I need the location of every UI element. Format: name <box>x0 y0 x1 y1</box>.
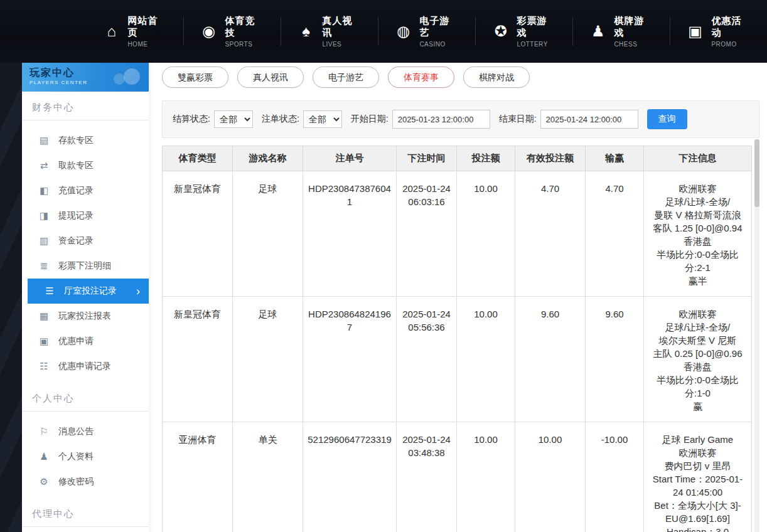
sidebar-item-messages[interactable]: ⚐ 消息公告 <box>22 419 149 444</box>
gamepad-icon <box>124 68 140 85</box>
cell-bet-time: 2025-01-24 05:56:36 <box>397 297 457 422</box>
sidebar-item-promo-apply-records[interactable]: ☷ 优惠申请记录 <box>22 354 149 379</box>
bets-table-wrap: 体育类型游戏名称注单号下注时间投注额有效投注额输赢下注信息 新皇冠体育足球HDP… <box>162 146 759 532</box>
gear-icon: ⚙ <box>38 476 50 487</box>
nav-label-en: SPORTS <box>225 41 264 48</box>
cell-win-loss: 4.70 <box>586 171 644 297</box>
sidebar-item-label: 修改密码 <box>58 476 94 487</box>
cell-bet-no: 5212960647723319 <box>303 422 397 532</box>
sidebar-item-label: 资金记录 <box>58 235 94 247</box>
nav-label-zh: 棋牌游戏 <box>614 15 653 39</box>
column-header: 下注信息 <box>644 146 752 171</box>
sidebar-section-items: ▯ 代理规则说明 <box>22 527 149 532</box>
chevron-right-icon: › <box>136 285 140 298</box>
settle-status-label: 结算状态: <box>173 114 210 125</box>
cell-valid: 4.70 <box>515 171 586 297</box>
cell-bet-no: HDP2308648241967 <box>303 297 397 422</box>
nav-label-en: HOME <box>127 41 167 48</box>
sidebar-menu: 财务中心 ▤ 存款专区 ⇄ 取款专区 ◧ 充值记录 ◨ 提现记录 ▥ 资金记录 … <box>22 92 149 532</box>
lottery-detail-icon: ≣ <box>38 260 50 272</box>
nav-item-sports[interactable]: ◉ 体育竞技 SPORTS <box>184 17 281 46</box>
nav-label-en: PROMO <box>711 41 751 48</box>
sidebar-item-withdraw-zone[interactable]: ⇄ 取款专区 <box>22 153 149 178</box>
sidebar-item-promo-apply[interactable]: ▣ 优惠申请 <box>22 329 149 354</box>
bet-status-select[interactable]: 全部 <box>303 110 342 128</box>
bet-status-label: 注单状态: <box>262 114 299 125</box>
scrollbar-thumb[interactable] <box>754 139 759 207</box>
sidebar-item-recharge-records[interactable]: ◧ 充值记录 <box>22 178 149 203</box>
cell-win-loss: -10.00 <box>586 422 644 532</box>
settle-status-select[interactable]: 全部 <box>214 110 253 128</box>
cell-win-loss: 9.60 <box>586 297 644 422</box>
cell-info: 足球 Early Game 欧洲联赛 费内巴切 v 里昂 Start Time：… <box>644 422 752 532</box>
bet-records-icon: ☰ <box>44 285 55 297</box>
sidebar-item-withdrawal-records[interactable]: ◨ 提现记录 <box>22 203 149 228</box>
tab-chess[interactable]: 棋牌对战 <box>463 66 530 88</box>
playing-cards-icon: ♠ <box>298 24 314 39</box>
column-header: 输赢 <box>586 146 644 171</box>
tab-live[interactable]: 真人视讯 <box>237 66 304 88</box>
table-header-row: 体育类型游戏名称注单号下注时间投注额有效投注额输赢下注信息 <box>163 146 752 171</box>
sidebar: 玩家中心 PLAYERS CENTER 财务中心 ▤ 存款专区 ⇄ 取款专区 ◧… <box>22 63 149 532</box>
nav-item-casino[interactable]: ◍ 电子游艺 CASINO <box>378 17 476 46</box>
nav-item-promo[interactable]: ▣ 优惠活动 PROMO <box>670 17 767 46</box>
report-icon: ▦ <box>38 311 50 322</box>
cell-info: 欧洲联赛 足球/让球-全场/ 埃尔夫斯堡 V 尼斯 主队 0.25 [0-0]@… <box>644 297 752 422</box>
nav-label-zh: 体育竞技 <box>225 15 264 39</box>
tab-sports[interactable]: 体育赛事 <box>388 66 454 88</box>
sidebar-item-label: 厅室投注记录 <box>64 285 117 297</box>
sidebar-item-deposit-zone[interactable]: ▤ 存款专区 <box>22 128 149 153</box>
table-body: 新皇冠体育足球HDP23084738760412025-01-24 06:03:… <box>163 171 752 532</box>
nav-label-zh: 优惠活动 <box>711 15 751 39</box>
nav-label-zh: 真人视讯 <box>322 15 362 39</box>
nav-text: 真人视讯 LIVES <box>322 15 362 48</box>
funds-icon: ▥ <box>38 235 50 247</box>
search-button[interactable]: 查询 <box>647 109 687 129</box>
recharge-icon: ◧ <box>38 185 50 196</box>
sidebar-item-label: 优惠申请记录 <box>58 361 111 372</box>
lottery-ball-icon: ✪ <box>492 24 509 39</box>
nav-item-home[interactable]: ⌂ 网站首页 HOME <box>87 17 184 46</box>
top-nav-menu: ⌂ 网站首页 HOME ◉ 体育竞技 SPORTS ♠ 真人视讯 LIVES ◍… <box>87 17 767 46</box>
chess-piece-icon: ♟ <box>589 24 606 39</box>
nav-label-en: LOTTERY <box>517 41 556 48</box>
nav-item-lives[interactable]: ♠ 真人视讯 LIVES <box>281 17 378 46</box>
cell-sport: 新皇冠体育 <box>163 171 233 297</box>
end-date-input[interactable] <box>540 110 638 129</box>
column-header: 体育类型 <box>163 146 233 171</box>
sidebar-item-hall-bet-records[interactable]: ☰ 厅室投注记录 › <box>28 279 149 304</box>
sidebar-item-label: 取款专区 <box>58 160 94 171</box>
sidebar-section-heading: 个人中心 <box>22 383 149 412</box>
sidebar-item-lottery-bet-details[interactable]: ≣ 彩票下注明细 <box>22 253 149 279</box>
sidebar-item-label: 消息公告 <box>58 426 94 437</box>
column-header: 注单号 <box>303 146 397 171</box>
cell-amount: 10.00 <box>457 171 515 297</box>
gift-icon: ▣ <box>687 24 704 39</box>
cell-game: 单关 <box>233 422 303 532</box>
sidebar-item-change-password[interactable]: ⚙ 修改密码 <box>22 469 149 494</box>
withdraw-icon: ⇄ <box>38 160 50 171</box>
sidebar-item-player-bet-report[interactable]: ▦ 玩家投注报表 <box>22 304 149 329</box>
tab-casino[interactable]: 电子游艺 <box>313 66 379 88</box>
nav-text: 优惠活动 PROMO <box>711 15 751 48</box>
nav-text: 电子游艺 CASINO <box>419 15 459 48</box>
sidebar-item-label: 充值记录 <box>58 185 94 196</box>
tab-lottery[interactable]: 雙赢彩票 <box>162 66 228 88</box>
sidebar-item-profile[interactable]: ♟ 个人资料 <box>22 444 149 469</box>
nav-label-en: LIVES <box>322 41 362 48</box>
sidebar-item-fund-records[interactable]: ▥ 资金记录 <box>22 228 149 253</box>
slot-machine-icon: ◍ <box>395 24 412 39</box>
withdrawal-record-icon: ◨ <box>38 210 50 221</box>
content-scrollbar[interactable] <box>754 139 759 532</box>
sidebar-header: 玩家中心 PLAYERS CENTER <box>22 63 149 92</box>
nav-label-en: CHESS <box>614 41 653 48</box>
nav-item-chess[interactable]: ♟ 棋牌游戏 CHESS <box>573 17 670 46</box>
start-date-input[interactable] <box>392 110 490 129</box>
cell-amount: 10.00 <box>457 422 515 532</box>
sidebar-section-heading: 财务中心 <box>22 92 149 120</box>
person-icon: ♟ <box>38 451 50 462</box>
nav-text: 网站首页 HOME <box>127 15 167 48</box>
nav-item-lottery[interactable]: ✪ 彩票游戏 LOTTERY <box>476 17 573 46</box>
column-header: 下注时间 <box>397 146 457 171</box>
category-tabs: 雙赢彩票真人视讯电子游艺体育赛事棋牌对战 <box>162 66 759 88</box>
